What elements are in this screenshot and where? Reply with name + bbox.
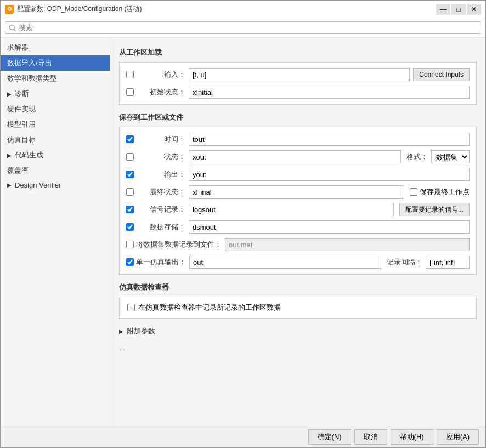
single-sim-checkbox[interactable] (126, 258, 134, 266)
final-state-value-field[interactable] (189, 185, 403, 199)
from-workspace-title: 从工作区加载 (119, 48, 477, 58)
output-label: 输出： (136, 169, 185, 179)
search-bar (1, 18, 485, 38)
state-value-field[interactable] (189, 150, 401, 163)
extra-params-toggle[interactable]: ▶ 附加参数 (119, 326, 477, 336)
dataset-checkbox[interactable] (126, 241, 134, 248)
signal-log-field-row: 信号记录： 配置要记录的信号... (126, 203, 470, 216)
ok-button[interactable]: 确定(N) (308, 429, 351, 445)
input-field-row: 输入： Connect Inputs (126, 68, 470, 81)
state-field-row: 状态： 格式： 数据集 数组 结构体 (126, 150, 470, 163)
dataset-value-field[interactable] (225, 238, 470, 251)
init-state-value-field[interactable] (189, 86, 470, 99)
input-value-field[interactable] (189, 68, 410, 81)
save-to-workspace-box: 时间： 状态： 格式： 数据集 数组 结构体 (119, 127, 477, 275)
extra-params-label: 附加参数 (127, 326, 155, 336)
format-label: 格式： (406, 152, 428, 162)
sidebar-item-code-gen[interactable]: ▶ 代码生成 (1, 148, 110, 163)
maximize-button[interactable]: □ (451, 4, 466, 15)
title-bar: ⚙ 配置参数: ODP_Mode/Configuration (活动) — □ … (1, 1, 485, 18)
final-state-label: 最终状态： (136, 187, 185, 197)
sidebar-label-sim-target: 仿真目标 (7, 135, 36, 145)
close-button[interactable]: ✕ (467, 4, 481, 15)
cancel-button[interactable]: 取消 (354, 429, 387, 445)
sidebar: 求解器 数据导入/导出 数学和数据类型 ▶ 诊断 硬件实现 模型引用 仿真目标 (1, 38, 110, 426)
sidebar-label-hardware-impl: 硬件实现 (7, 104, 36, 114)
sim-checker-checkbox[interactable] (127, 304, 135, 311)
minimize-button[interactable]: — (436, 4, 450, 15)
single-sim-field-row: 单一仿真输出： 记录间隔： (126, 256, 470, 269)
apply-button[interactable]: 应用(A) (437, 429, 479, 445)
sidebar-item-diagnostics[interactable]: ▶ 诊断 (1, 86, 110, 101)
signal-log-checkbox-wrap: 信号记录： (126, 205, 185, 214)
format-select[interactable]: 数据集 数组 结构体 (431, 150, 470, 163)
arrow-icon-extra-params: ▶ (119, 328, 123, 334)
sidebar-item-sim-target[interactable]: 仿真目标 (1, 132, 110, 148)
title-bar-controls: — □ ✕ (436, 4, 481, 15)
sim-checker-box: 在仿真数据检查器中记录所记录的工作区数据 (119, 297, 477, 319)
arrow-icon-diagnostics: ▶ (7, 91, 12, 97)
connect-inputs-button[interactable]: Connect Inputs (413, 68, 470, 81)
output-field-row: 输出： (126, 168, 470, 181)
interval-value-field[interactable] (426, 256, 470, 269)
interval-label: 记录间隔： (387, 257, 422, 267)
sidebar-item-model-ref[interactable]: 模型引用 (1, 117, 110, 132)
svg-point-0 (9, 25, 14, 30)
save-last-checkbox-wrap: 保存最终工作点 (410, 187, 470, 197)
sim-checker-row: 在仿真数据检查器中记录所记录的工作区数据 (127, 303, 468, 313)
search-input[interactable] (19, 24, 477, 32)
state-checkbox[interactable] (126, 153, 134, 161)
output-checkbox[interactable] (126, 171, 134, 178)
main-window: ⚙ 配置参数: ODP_Mode/Configuration (活动) — □ … (0, 0, 486, 448)
sidebar-item-solver[interactable]: 求解器 (1, 40, 110, 55)
help-button[interactable]: 帮助(H) (391, 429, 433, 445)
arrow-icon-codegen: ▶ (7, 152, 12, 158)
single-sim-value-field[interactable] (189, 256, 381, 269)
state-label: 状态： (136, 152, 185, 162)
sidebar-label-design-verifier: Design Verifier (15, 181, 61, 189)
output-value-field[interactable] (189, 168, 470, 181)
app-icon: ⚙ (5, 5, 14, 14)
final-state-checkbox-wrap: 最终状态： (126, 187, 185, 197)
single-sim-checkbox-wrap: 单一仿真输出： (126, 257, 186, 267)
signal-log-value-field[interactable] (189, 203, 394, 216)
sidebar-item-design-verifier[interactable]: ▶ Design Verifier (1, 178, 110, 192)
dsm-value-field[interactable] (189, 220, 470, 234)
signal-log-label: 信号记录： (136, 205, 185, 214)
search-input-wrap (5, 21, 481, 34)
sidebar-item-hardware-impl[interactable]: 硬件实现 (1, 101, 110, 117)
time-value-field[interactable] (189, 133, 470, 146)
sidebar-label-model-ref: 模型引用 (7, 120, 36, 129)
time-checkbox[interactable] (126, 135, 134, 143)
title-bar-left: ⚙ 配置参数: ODP_Mode/Configuration (活动) (5, 4, 142, 14)
arrow-icon-design-verifier: ▶ (7, 182, 12, 188)
input-checkbox[interactable] (126, 71, 134, 78)
dsm-checkbox-wrap: 数据存储： (126, 222, 185, 232)
config-signal-button[interactable]: 配置要记录的信号... (399, 203, 470, 216)
sim-checker-title: 仿真数据检查器 (119, 282, 477, 292)
sidebar-label-coverage: 覆盖率 (7, 166, 29, 175)
single-sim-label: 单一仿真输出： (136, 257, 186, 267)
dots-row: ... (119, 344, 477, 352)
save-to-workspace-title: 保存到工作区或文件 (119, 112, 477, 122)
content-area: 从工作区加载 输入： Connect Inputs 初始状态： (110, 38, 485, 426)
time-checkbox-wrap: 时间： (126, 134, 185, 144)
dsm-checkbox[interactable] (126, 223, 134, 231)
final-state-checkbox[interactable] (126, 188, 134, 196)
save-last-label: 保存最终工作点 (420, 187, 470, 197)
save-last-checkbox[interactable] (410, 188, 417, 196)
init-state-checkbox[interactable] (126, 88, 134, 96)
input-checkbox-wrap: 输入： (126, 70, 185, 80)
init-state-field-row: 初始状态： (126, 86, 470, 99)
sim-checker-label: 在仿真数据检查器中记录所记录的工作区数据 (138, 303, 281, 313)
sidebar-item-data-import-export[interactable]: 数据导入/导出 (1, 55, 110, 71)
dataset-label: 将数据集数据记录到文件： (136, 240, 222, 249)
signal-log-checkbox[interactable] (126, 206, 134, 213)
sidebar-item-math-datatypes[interactable]: 数学和数据类型 (1, 71, 110, 86)
init-state-checkbox-wrap: 初始状态： (126, 87, 185, 97)
state-checkbox-wrap: 状态： (126, 152, 185, 162)
search-icon (9, 24, 16, 32)
sidebar-item-coverage[interactable]: 覆盖率 (1, 163, 110, 178)
final-state-field-row: 最终状态： 保存最终工作点 (126, 185, 470, 199)
output-checkbox-wrap: 输出： (126, 169, 185, 179)
